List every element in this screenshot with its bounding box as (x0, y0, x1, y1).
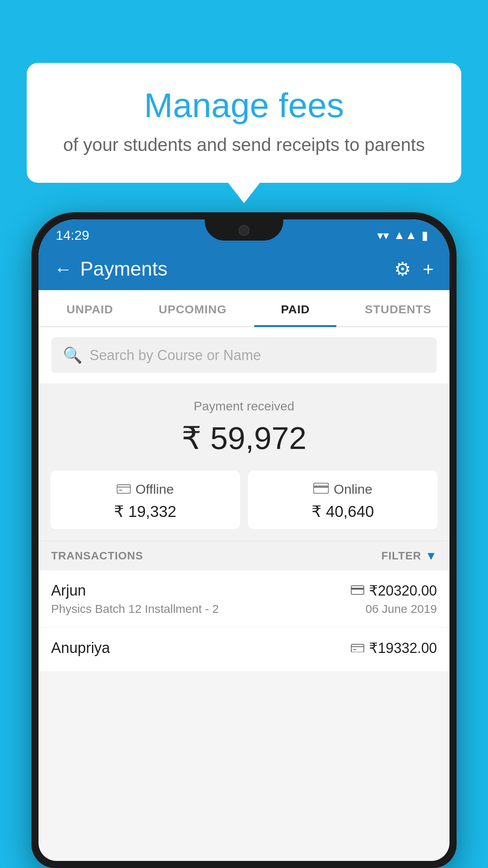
offline-card-header: Offline (58, 482, 232, 497)
transaction-amount: ₹19332.00 (369, 640, 437, 657)
speech-bubble-container: Manage fees of your students and send re… (27, 63, 461, 183)
transaction-course: Physics Batch 12 Installment - 2 (51, 602, 219, 616)
transaction-amount-container: ₹19332.00 (351, 640, 437, 657)
online-card-header: Online (256, 482, 430, 497)
search-container: 🔍 Search by Course or Name (39, 327, 449, 383)
filter-container[interactable]: FILTER ▼ (381, 549, 437, 563)
online-amount: ₹ 40,640 (256, 502, 430, 520)
transaction-date: 06 June 2019 (365, 602, 437, 616)
transaction-name: Anupriya (51, 640, 110, 657)
payment-received-label: Payment received (50, 399, 438, 414)
phone-inner: 14:29 ▾▾ ▲▲ ▮ ← Payments ⚙ + (39, 219, 449, 861)
header-right: ⚙ + (394, 258, 434, 280)
offline-icon (117, 482, 131, 497)
search-box[interactable]: 🔍 Search by Course or Name (51, 337, 437, 373)
payment-received-total: ₹ 59,972 (50, 420, 438, 456)
online-payment-icon (351, 584, 364, 598)
transactions-label: TRANSACTIONS (51, 550, 143, 562)
transaction-top: Arjun ₹20320.00 (51, 582, 437, 599)
table-row[interactable]: Arjun ₹20320.00 Physics Batch 12 Install… (39, 570, 449, 628)
status-icons: ▾▾ ▲▲ ▮ (377, 228, 428, 242)
online-payment-card: Online ₹ 40,640 (248, 471, 438, 529)
gear-icon[interactable]: ⚙ (394, 258, 411, 280)
offline-payment-card: Offline ₹ 19,332 (50, 471, 240, 529)
header-left: ← Payments (54, 257, 167, 280)
phone-notch (205, 219, 283, 241)
offline-amount: ₹ 19,332 (58, 502, 232, 520)
transaction-amount: ₹20320.00 (369, 583, 437, 599)
status-time: 14:29 (56, 228, 89, 243)
transaction-amount-container: ₹20320.00 (351, 583, 437, 599)
phone-frame: 14:29 ▾▾ ▲▲ ▮ ← Payments ⚙ + (31, 212, 457, 868)
filter-icon: ▼ (425, 549, 437, 563)
svg-rect-3 (314, 483, 328, 493)
tab-students[interactable]: STUDENTS (347, 290, 450, 326)
svg-rect-7 (351, 644, 364, 652)
tab-unpaid[interactable]: UNPAID (39, 290, 141, 326)
online-type-label: Online (334, 482, 372, 497)
phone-camera (238, 225, 250, 236)
table-row[interactable]: Anupriya ₹19332.00 (39, 628, 449, 672)
offline-type-label: Offline (136, 482, 174, 497)
online-icon (313, 482, 329, 497)
transaction-name: Arjun (51, 582, 86, 599)
svg-rect-4 (314, 485, 328, 488)
battery-icon: ▮ (422, 228, 428, 242)
payment-breakdown: Offline ₹ 19,332 Online (50, 471, 438, 529)
speech-bubble: Manage fees of your students and send re… (27, 63, 461, 183)
plus-icon[interactable]: + (423, 258, 434, 280)
manage-fees-subtitle: of your students and send receipts to pa… (58, 134, 430, 155)
tabs-container: UNPAID UPCOMING PAID STUDENTS (39, 290, 449, 327)
wifi-icon: ▾▾ (377, 228, 389, 242)
header-title: Payments (80, 257, 167, 280)
svg-rect-0 (117, 485, 130, 493)
offline-payment-icon (351, 642, 364, 655)
transactions-header: TRANSACTIONS FILTER ▼ (39, 541, 449, 570)
manage-fees-title: Manage fees (58, 86, 430, 125)
search-placeholder-text: Search by Course or Name (90, 347, 261, 364)
tab-paid[interactable]: PAID (244, 290, 347, 326)
search-icon: 🔍 (63, 346, 83, 364)
back-button[interactable]: ← (54, 258, 72, 280)
app-header: ← Payments ⚙ + (39, 248, 449, 290)
transaction-bottom: Physics Batch 12 Installment - 2 06 June… (51, 602, 437, 616)
signal-icon: ▲▲ (394, 228, 417, 242)
svg-rect-6 (351, 588, 364, 590)
payment-received-section: Payment received ₹ 59,972 (39, 383, 449, 541)
tab-upcoming[interactable]: UPCOMING (141, 290, 244, 326)
transaction-top: Anupriya ₹19332.00 (51, 640, 437, 657)
filter-label: FILTER (381, 550, 421, 562)
svg-rect-5 (351, 586, 364, 594)
